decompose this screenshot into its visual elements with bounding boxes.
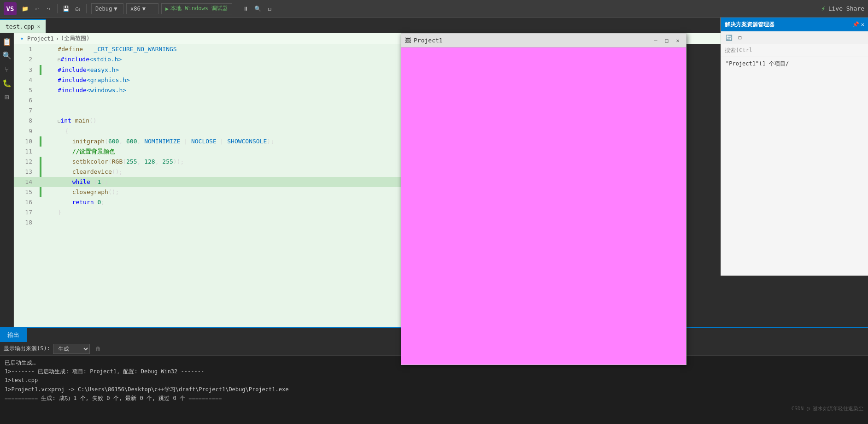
line-content: #include<easyx.h>: [41, 65, 410, 75]
undo-icon[interactable]: ↩: [31, 3, 42, 14]
line-content: [41, 95, 410, 106]
activity-debug-icon[interactable]: 🐛: [0, 77, 13, 89]
preview-close-icon[interactable]: ✕: [673, 36, 682, 45]
run-debugger-button[interactable]: ▶ 本地 Windows 调试器: [161, 3, 232, 14]
platform-dropdown[interactable]: x86 ▼: [126, 3, 158, 14]
debug-config-dropdown[interactable]: Debug ▼: [91, 3, 123, 14]
line-gutter: [37, 116, 41, 126]
preview-canvas: [401, 47, 686, 365]
line-content: return 0;: [41, 197, 410, 207]
line-number: 3: [14, 65, 37, 75]
live-share-icon: ⚡: [821, 4, 826, 13]
line-number: 2: [14, 54, 37, 65]
preview-controls: — □ ✕: [651, 36, 682, 45]
toolbar-icons-2: ⏸ 🔍 ◻: [235, 3, 280, 14]
line-gutter: [37, 126, 41, 136]
line-gutter: [37, 65, 41, 75]
change-indicator: [40, 167, 41, 177]
line-content: {: [41, 126, 410, 136]
line-content: }: [41, 207, 410, 218]
view-icon[interactable]: ◻: [264, 3, 275, 14]
solution-panel-close-icon[interactable]: ✕: [861, 21, 864, 28]
line-content: cleardevice();: [41, 167, 410, 177]
line-content: ⊟int main(): [41, 116, 410, 126]
preview-minimize-icon[interactable]: —: [651, 36, 660, 45]
code-line: 5 #include<windows.h>: [14, 85, 410, 95]
refresh-icon[interactable]: 🔄: [724, 33, 734, 43]
output-line: 1>test.cpp: [5, 376, 863, 385]
line-content: setbkcolor(RGB(255, 128, 255));: [41, 157, 410, 167]
output-source-select[interactable]: 生成: [53, 344, 90, 354]
collapse-all-icon[interactable]: ⊟: [735, 33, 745, 43]
code-line: 9 {: [14, 126, 410, 136]
line-gutter: [37, 136, 41, 147]
solution-panel-toolbar: 🔄 ⊟: [721, 31, 868, 44]
line-number: 9: [14, 126, 37, 136]
activity-extensions-icon[interactable]: ⊞: [0, 90, 13, 103]
project-icon: 🔹: [18, 35, 25, 42]
line-gutter: [37, 147, 41, 157]
line-gutter: [37, 85, 41, 95]
line-number: 14: [14, 177, 37, 187]
code-line: 18: [14, 218, 410, 228]
activity-search-icon[interactable]: 🔍: [0, 49, 13, 62]
title-bar-right: ⚡ Live Share: [821, 4, 864, 13]
output-clear-icon[interactable]: 🗑: [93, 343, 104, 354]
find-icon[interactable]: 🔍: [252, 3, 263, 14]
preview-title-bar: 🖼 Project1 — □ ✕: [401, 34, 686, 47]
activity-git-icon[interactable]: ⑂: [0, 63, 13, 76]
line-gutter: [37, 75, 41, 85]
breakpoint-icon[interactable]: ⏸: [240, 3, 251, 14]
line-content: [41, 218, 410, 228]
line-number: 15: [14, 187, 37, 197]
line-content: [41, 106, 410, 116]
title-bar: VS 📁 ↩ ↪ 💾 🗂 Debug ▼ x86 ▼ ▶ 本地 Windows …: [0, 0, 868, 18]
code-line: 10 initgraph(600, 600, NOMINIMIZE | NOCL…: [14, 136, 410, 147]
code-line: 4 #include<graphics.h>: [14, 75, 410, 85]
line-content: #include<windows.h>: [41, 85, 410, 95]
scope-label: (全局范围): [61, 35, 89, 42]
preview-title: 🖼 Project1: [405, 37, 443, 44]
sep3: [237, 4, 237, 13]
line-gutter: [37, 218, 41, 228]
line-number: 11: [14, 147, 37, 157]
activity-explorer-icon[interactable]: 📋: [0, 35, 13, 48]
pin-icon[interactable]: 📌: [852, 21, 859, 28]
line-gutter: [37, 54, 41, 65]
line-gutter: [37, 95, 41, 106]
separator1: [57, 4, 58, 13]
redo-icon[interactable]: ↪: [43, 3, 54, 14]
tab-close-icon[interactable]: ✕: [37, 24, 41, 29]
line-gutter: [37, 157, 41, 167]
output-line: 1>Project1.vcxproj -> C:\Users\86156\Des…: [5, 385, 863, 394]
line-content: ⊟#include<stdio.h>: [41, 54, 410, 65]
tab-test-cpp[interactable]: test.cpp ✕: [0, 19, 46, 33]
solution-search-text: 搜索(Ctrl: [725, 47, 752, 54]
line-gutter: [37, 44, 41, 54]
solution-panel-header-icons: 📌 ✕: [852, 21, 864, 28]
project-name: Project1: [27, 35, 54, 42]
line-number: 7: [14, 106, 37, 116]
change-indicator: [40, 136, 41, 147]
save-all-icon[interactable]: 🗂: [72, 3, 83, 14]
tab-label: test.cpp: [6, 23, 35, 30]
line-gutter: [37, 167, 41, 177]
save-icon[interactable]: 💾: [60, 3, 71, 14]
preview-maximize-icon[interactable]: □: [662, 36, 671, 45]
watermark: CSDN @ 逝水如流年轻往返染尘: [792, 405, 863, 412]
line-number: 10: [14, 136, 37, 147]
output-tab[interactable]: 输出: [0, 328, 27, 342]
solution-search-bar: 搜索(Ctrl: [721, 44, 868, 57]
new-project-icon[interactable]: 📁: [19, 3, 30, 14]
line-gutter: [37, 207, 41, 218]
line-number: 18: [14, 218, 37, 228]
live-share-button[interactable]: ⚡ Live Share: [821, 4, 864, 13]
line-gutter: [37, 197, 41, 207]
title-bar-left: VS 📁 ↩ ↪ 💾 🗂 Debug ▼ x86 ▼ ▶ 本地 Windows …: [4, 2, 280, 15]
line-content: initgraph(600, 600, NOMINIMIZE | NOCLOSE…: [41, 136, 410, 147]
line-number: 13: [14, 167, 37, 177]
code-line: 11 //设置背景颜色: [14, 147, 410, 157]
code-line: 17 }: [14, 207, 410, 218]
code-line: 2 ⊟#include<stdio.h>: [14, 54, 410, 65]
preview-window[interactable]: 🖼 Project1 — □ ✕: [401, 33, 686, 365]
